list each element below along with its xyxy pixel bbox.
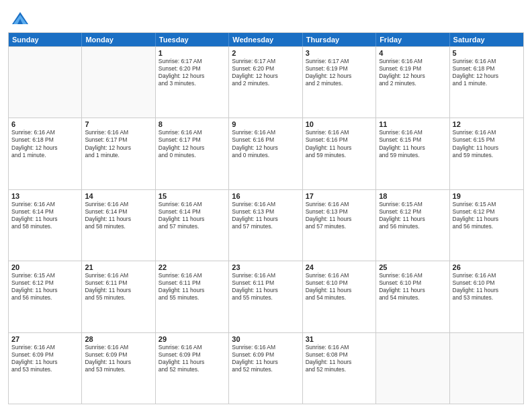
cell-line: Sunrise: 6:16 AM <box>306 129 373 136</box>
cell-line: Sunset: 6:18 PM <box>11 136 79 144</box>
cell-line: Sunset: 6:14 PM <box>159 208 226 216</box>
cell-line: Sunrise: 6:16 AM <box>306 272 373 279</box>
cell-line: and 59 minutes. <box>379 152 446 159</box>
cell-line: Daylight: 11 hours <box>379 216 446 223</box>
day-number: 6 <box>11 120 79 128</box>
calendar-row-0: 1Sunrise: 6:17 AMSunset: 6:20 PMDaylight… <box>9 46 523 118</box>
cell-line: and 58 minutes. <box>11 223 79 230</box>
cell-line: Sunset: 6:17 PM <box>85 136 152 144</box>
cell-line: and 1 minute. <box>85 152 152 159</box>
cell-line: Daylight: 11 hours <box>85 216 152 223</box>
cell-line: and 56 minutes. <box>11 294 79 302</box>
cell-line: Sunset: 6:16 PM <box>232 136 299 144</box>
day-number: 7 <box>85 120 152 128</box>
cell-line: Daylight: 11 hours <box>306 144 373 152</box>
cell-line: Sunset: 6:15 PM <box>453 136 521 144</box>
calendar-cell: 20Sunrise: 6:15 AMSunset: 6:12 PMDayligh… <box>9 261 82 332</box>
day-number: 30 <box>232 335 299 343</box>
day-number: 29 <box>159 335 226 343</box>
cell-line: Daylight: 11 hours <box>159 216 226 223</box>
cell-line: and 1 minute. <box>11 152 79 159</box>
cell-line: Daylight: 11 hours <box>159 287 226 294</box>
cell-line: Sunset: 6:20 PM <box>232 65 299 73</box>
calendar-cell: 26Sunrise: 6:16 AMSunset: 6:10 PMDayligh… <box>450 261 523 332</box>
page: SundayMondayTuesdayWednesdayThursdayFrid… <box>0 0 532 411</box>
cell-line: Daylight: 12 hours <box>232 144 299 152</box>
header-day-monday: Monday <box>82 33 155 46</box>
calendar-cell: 3Sunrise: 6:17 AMSunset: 6:19 PMDaylight… <box>303 47 376 118</box>
calendar-body: 1Sunrise: 6:17 AMSunset: 6:20 PMDaylight… <box>9 46 523 404</box>
cell-line: and 55 minutes. <box>232 294 299 302</box>
cell-line: Daylight: 12 hours <box>11 144 79 152</box>
calendar-row-3: 20Sunrise: 6:15 AMSunset: 6:12 PMDayligh… <box>9 261 523 332</box>
day-number: 9 <box>232 120 299 128</box>
calendar-row-1: 6Sunrise: 6:16 AMSunset: 6:18 PMDaylight… <box>9 118 523 189</box>
calendar-cell: 9Sunrise: 6:16 AMSunset: 6:16 PMDaylight… <box>229 118 302 189</box>
calendar-cell: 12Sunrise: 6:16 AMSunset: 6:15 PMDayligh… <box>450 118 523 189</box>
cell-line: and 52 minutes. <box>232 366 299 373</box>
header-day-saturday: Saturday <box>450 33 523 46</box>
cell-line: and 55 minutes. <box>159 294 226 302</box>
day-number: 2 <box>232 49 299 57</box>
calendar-cell: 8Sunrise: 6:16 AMSunset: 6:17 PMDaylight… <box>156 118 229 189</box>
day-number: 28 <box>85 335 152 343</box>
cell-line: Sunrise: 6:15 AM <box>379 201 446 208</box>
day-number: 11 <box>379 120 446 128</box>
cell-line: Sunset: 6:13 PM <box>232 208 299 216</box>
cell-line: Daylight: 12 hours <box>85 144 152 152</box>
cell-line: Sunrise: 6:16 AM <box>379 58 446 65</box>
cell-line: Sunset: 6:14 PM <box>85 208 152 216</box>
calendar-cell <box>450 333 523 404</box>
cell-line: Sunrise: 6:16 AM <box>85 201 152 208</box>
logo <box>8 9 30 28</box>
cell-line: and 0 minutes. <box>159 152 226 159</box>
day-number: 27 <box>11 335 79 343</box>
cell-line: Daylight: 11 hours <box>11 359 79 366</box>
calendar-cell: 29Sunrise: 6:16 AMSunset: 6:09 PMDayligh… <box>156 333 229 404</box>
calendar-cell: 7Sunrise: 6:16 AMSunset: 6:17 PMDaylight… <box>82 118 155 189</box>
header-day-wednesday: Wednesday <box>229 33 302 46</box>
cell-line: Sunset: 6:12 PM <box>453 208 521 216</box>
cell-line: Sunset: 6:10 PM <box>306 279 373 287</box>
cell-line: and 52 minutes. <box>159 366 226 373</box>
day-number: 13 <box>11 192 79 200</box>
cell-line: Sunrise: 6:16 AM <box>306 201 373 208</box>
calendar-cell: 27Sunrise: 6:16 AMSunset: 6:09 PMDayligh… <box>9 333 82 404</box>
cell-line: and 52 minutes. <box>306 366 373 373</box>
cell-line: Sunrise: 6:16 AM <box>11 201 79 208</box>
cell-line: Sunset: 6:09 PM <box>159 351 226 359</box>
cell-line: Daylight: 11 hours <box>306 287 373 294</box>
calendar-cell <box>376 333 449 404</box>
cell-line: Sunset: 6:11 PM <box>159 279 226 287</box>
cell-line: and 2 minutes. <box>379 80 446 87</box>
cell-line: Daylight: 11 hours <box>453 287 521 294</box>
cell-line: Daylight: 12 hours <box>159 144 226 152</box>
cell-line: and 57 minutes. <box>232 223 299 230</box>
cell-line: Daylight: 11 hours <box>232 359 299 366</box>
cell-line: Daylight: 11 hours <box>11 216 79 223</box>
cell-line: Sunset: 6:14 PM <box>11 208 79 216</box>
cell-line: Sunset: 6:19 PM <box>379 65 446 73</box>
cell-line: Sunrise: 6:16 AM <box>85 129 152 136</box>
cell-line: Sunrise: 6:16 AM <box>306 344 373 351</box>
cell-line: and 56 minutes. <box>379 223 446 230</box>
cell-line: and 54 minutes. <box>306 294 373 302</box>
calendar-cell <box>82 47 155 118</box>
cell-line: Sunrise: 6:16 AM <box>453 272 521 279</box>
cell-line: Sunrise: 6:15 AM <box>11 272 79 279</box>
cell-line: Daylight: 11 hours <box>232 287 299 294</box>
day-number: 10 <box>306 120 373 128</box>
cell-line: Daylight: 11 hours <box>85 359 152 366</box>
cell-line: and 57 minutes. <box>306 223 373 230</box>
cell-line: and 57 minutes. <box>159 223 226 230</box>
day-number: 1 <box>159 49 226 57</box>
calendar-header: SundayMondayTuesdayWednesdayThursdayFrid… <box>9 33 523 46</box>
cell-line: Daylight: 12 hours <box>453 73 521 80</box>
cell-line: Sunrise: 6:16 AM <box>11 344 79 351</box>
cell-line: Sunset: 6:09 PM <box>85 351 152 359</box>
cell-line: Sunrise: 6:17 AM <box>232 58 299 65</box>
calendar-cell: 17Sunrise: 6:16 AMSunset: 6:13 PMDayligh… <box>303 190 376 261</box>
cell-line: and 54 minutes. <box>379 294 446 302</box>
calendar-cell: 25Sunrise: 6:16 AMSunset: 6:10 PMDayligh… <box>376 261 449 332</box>
calendar: SundayMondayTuesdayWednesdayThursdayFrid… <box>8 32 524 404</box>
